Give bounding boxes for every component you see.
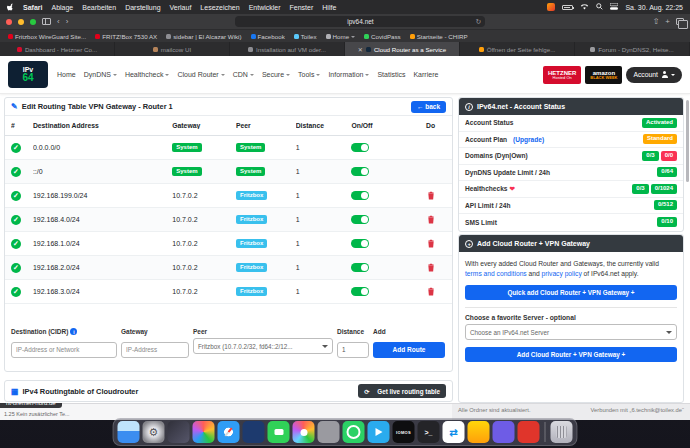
tab-mailcow[interactable]: mailcow UI [115, 42, 230, 56]
new-tab-icon[interactable]: + [665, 18, 670, 26]
route-onoff-toggle[interactable] [351, 239, 369, 248]
bookmark-el-alcazar-wiki[interactable]: sidebar | El Alcazar Wiki) [166, 33, 241, 40]
menu-bearbeiten[interactable]: Bearbeiten [82, 4, 116, 11]
quick-add-cloud-router-button[interactable]: Quick add Cloud Router + VPN Gateway + [465, 285, 677, 300]
menu-entwickler[interactable]: Entwickler [249, 4, 281, 11]
iomos-app-icon[interactable]: IOMOS [393, 421, 415, 443]
trash-icon[interactable] [551, 421, 573, 443]
delete-route-icon[interactable] [427, 239, 435, 248]
amazon-ad-banner[interactable]: amazonBLACK WEEK [585, 66, 622, 84]
launchpad-icon[interactable] [168, 421, 190, 443]
close-window-button[interactable] [6, 19, 12, 25]
upgrade-link[interactable]: (Upgrade) [513, 136, 544, 143]
nav-cdn[interactable]: CDN [233, 71, 254, 78]
route-onoff-toggle[interactable] [351, 287, 369, 296]
delete-route-icon[interactable] [427, 191, 435, 200]
tab-installation-vm[interactable]: Installation auf VM oder... [230, 42, 345, 56]
delete-route-icon[interactable] [427, 263, 435, 272]
page-scrollbar[interactable] [686, 100, 689, 182]
forward-nav-icon[interactable]: › [66, 18, 69, 26]
route-onoff-toggle[interactable] [351, 167, 369, 176]
bookmark-toilex[interactable]: Toilex [294, 33, 317, 40]
search-icon[interactable] [596, 3, 603, 11]
get-live-routing-table-button[interactable]: ⟳ Get live routing table [358, 384, 446, 398]
route-onoff-toggle[interactable] [351, 215, 369, 224]
tab-hetzner-dashboard[interactable]: Dashboard - Hetzner Co... [0, 42, 115, 56]
nav-statistics[interactable]: Statistics [377, 71, 405, 78]
info-icon[interactable]: i [70, 328, 77, 335]
teamviewer-icon[interactable] [443, 421, 465, 443]
share-icon[interactable]: ⇧ [653, 18, 660, 26]
gateway-input[interactable] [121, 342, 189, 358]
menu-ablage[interactable]: Ablage [51, 4, 73, 11]
terms-link[interactable]: terms and conditions [465, 270, 527, 277]
add-route-button[interactable]: Add Route [373, 342, 445, 358]
route-onoff-toggle[interactable] [351, 143, 369, 152]
menu-darstellung[interactable]: Darstellung [125, 4, 160, 11]
apple-menu-icon[interactable] [7, 3, 14, 12]
menu-fenster[interactable]: Fenster [290, 4, 314, 11]
whatsapp-icon[interactable] [343, 421, 365, 443]
back-nav-icon[interactable]: ‹ [57, 18, 60, 26]
distance-input[interactable] [337, 342, 369, 358]
control-center-icon[interactable] [610, 3, 618, 11]
reload-icon[interactable]: ↻ [476, 18, 482, 26]
nav-cloud-router[interactable]: Cloud Router [177, 71, 224, 78]
peer-select[interactable]: Fritzbox (10.7.0.2/32, fd64::2/12... [193, 338, 333, 354]
ipv64-logo[interactable]: IPv 64 [8, 61, 48, 88]
route-onoff-toggle[interactable] [351, 191, 369, 200]
purple-app-icon[interactable] [493, 421, 515, 443]
wifi-icon[interactable] [580, 3, 589, 11]
tab-overview-icon[interactable] [676, 18, 684, 25]
route-onoff-toggle[interactable] [351, 263, 369, 272]
bookmark-facebook[interactable]: Facebook [251, 33, 285, 40]
nav-home[interactable]: Home [57, 71, 76, 78]
tab-forum-dyndns[interactable]: Forum - DynDNS2, Heise... [575, 42, 690, 56]
sidebar-toggle-icon[interactable] [42, 18, 51, 25]
terminal-icon[interactable] [418, 421, 440, 443]
safari-icon[interactable] [218, 421, 240, 443]
finder-icon[interactable] [118, 421, 140, 443]
menu-lesezeichen[interactable]: Lesezeichen [200, 4, 239, 11]
nav-dyndns[interactable]: DynDNS [84, 71, 117, 78]
nav-secure[interactable]: Secure [262, 71, 290, 78]
add-cloud-router-button[interactable]: Add Cloud Router + VPN Gateway + [465, 347, 677, 362]
tab-cloud-router-active[interactable]: ✕Cloud Router as a Service [345, 42, 460, 56]
delete-route-icon[interactable] [427, 215, 435, 224]
tab-page-error[interactable]: Öffnen der Seite fehlge... [460, 42, 575, 56]
close-icon[interactable]: ✕ [358, 46, 363, 53]
nav-tools[interactable]: Tools [298, 71, 320, 78]
photos-icon[interactable] [293, 421, 315, 443]
minimize-window-button[interactable] [18, 19, 24, 25]
files-app-icon[interactable] [243, 421, 265, 443]
hetzner-ad-banner[interactable]: HETZNERHosted On [543, 66, 581, 84]
menu-hilfe[interactable]: Hilfe [322, 4, 336, 11]
nav-healthcheck[interactable]: Healthcheck [125, 71, 170, 78]
nav-information[interactable]: Information [328, 71, 369, 78]
server-select[interactable]: Choose an IPv64.net Server [465, 324, 677, 340]
zoom-window-button[interactable] [30, 19, 36, 25]
privacy-link[interactable]: privacy policy [542, 270, 582, 277]
bookmark-home-folder[interactable]: Home [326, 33, 356, 40]
telegram-icon[interactable] [368, 421, 390, 443]
delete-route-icon[interactable] [427, 287, 435, 296]
menubar-clock[interactable]: Sa. 30. Aug. 22:25 [625, 4, 683, 11]
nav-karriere[interactable]: Karriere [413, 71, 438, 78]
address-bar[interactable]: ipv64.net ↻ [235, 16, 485, 27]
app-grid-icon[interactable] [193, 421, 215, 443]
bookmark-chirp[interactable]: Startseite - CHIRP [410, 33, 468, 40]
account-menu-button[interactable]: Account [626, 67, 682, 83]
menu-verlauf[interactable]: Verlauf [170, 4, 192, 11]
mail-app-icon[interactable] [468, 421, 490, 443]
back-button[interactable]: ← back [411, 101, 446, 113]
bookmark-fritzbox-wireguard[interactable]: Fritzbox WireGuard Site... [8, 33, 86, 40]
menu-safari[interactable]: Safari [23, 4, 42, 11]
red-app-icon[interactable] [518, 421, 540, 443]
destination-input[interactable] [11, 342, 117, 358]
bookmark-fritzbox-7530[interactable]: FRITZ!Box 7530 AX [95, 33, 157, 40]
facetime-icon[interactable] [268, 421, 290, 443]
menubar-app-icon[interactable] [547, 3, 555, 11]
preview-app-icon[interactable] [318, 421, 340, 443]
system-settings-icon[interactable] [143, 421, 165, 443]
bookmark-covidpass[interactable]: CovidPass [364, 33, 401, 40]
